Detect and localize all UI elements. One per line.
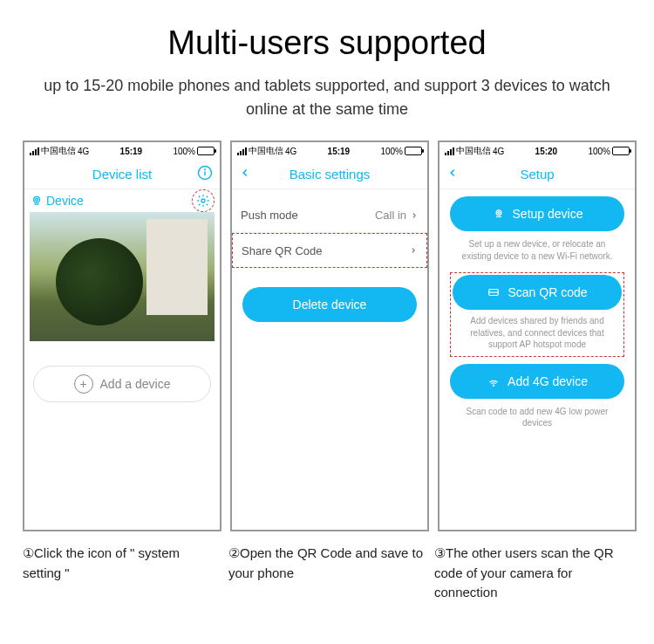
svg-point-2 — [205, 168, 206, 169]
status-bar: 中国电信 4G 15:20 100% — [439, 142, 635, 160]
caption-2: ②Open the QR Code and save to your phone — [228, 544, 426, 603]
scan-qr-desc: Add devices shared by friends and relati… — [453, 310, 622, 354]
chevron-left-icon — [446, 167, 459, 179]
device-header-row: Device — [24, 189, 220, 212]
gear-icon — [196, 194, 210, 208]
delete-device-button[interactable]: Delete device — [242, 287, 417, 322]
battery-pct: 100% — [588, 147, 610, 156]
device-label: Device — [30, 194, 84, 208]
carrier-name: 中国电信 — [41, 145, 76, 157]
nav-title: Basic settings — [290, 167, 371, 182]
carrier-name: 中国电信 — [456, 145, 491, 157]
settings-gear-highlight[interactable] — [192, 189, 215, 212]
battery-icon — [197, 147, 215, 155]
qr-icon — [487, 286, 501, 298]
status-time: 15:20 — [504, 147, 588, 156]
scan-qr-highlight: Scan QR code Add devices shared by frien… — [450, 272, 624, 357]
signal-icon — [487, 375, 501, 387]
signal-icon — [30, 147, 39, 155]
signal-icon — [445, 147, 454, 155]
screenshots-row: 中国电信 4G 15:19 100% Device list Device — [0, 121, 654, 531]
network-type: 4G — [285, 147, 296, 156]
caption-3: ③The other users scan the QR code of you… — [434, 544, 631, 603]
nav-bar: Basic settings — [232, 160, 427, 189]
carrier-name: 中国电信 — [249, 145, 283, 157]
svg-point-6 — [496, 210, 501, 216]
page-subtitle: up to 15-20 mobile phones and tablets su… — [0, 74, 654, 121]
camera-icon — [492, 208, 506, 220]
add-4g-desc: Scan code to add new 4G low power device… — [450, 399, 624, 440]
nav-title: Setup — [520, 167, 554, 182]
page-title: Multi-users supported — [0, 0, 654, 62]
status-time: 15:19 — [89, 147, 173, 156]
svg-point-4 — [36, 198, 38, 201]
row-label: Push mode — [241, 209, 298, 222]
add-device-button[interactable]: + Add a device — [33, 366, 211, 402]
phone-1: 中国电信 4G 15:19 100% Device list Device — [23, 140, 221, 531]
setup-device-button[interactable]: Setup device — [450, 196, 624, 231]
info-icon[interactable] — [197, 165, 213, 184]
nav-bar: Device list — [24, 160, 220, 189]
camera-icon — [30, 194, 44, 208]
network-type: 4G — [493, 147, 504, 156]
push-mode-row[interactable]: Push mode Call in — [232, 198, 427, 233]
captions-row: ①Click the icon of " system setting " ②O… — [0, 531, 654, 603]
nav-title: Device list — [92, 167, 152, 182]
svg-point-10 — [493, 385, 494, 386]
status-bar: 中国电信 4G 15:19 100% — [24, 142, 220, 160]
svg-point-5 — [201, 199, 205, 202]
scan-qr-button[interactable]: Scan QR code — [453, 275, 622, 310]
phone-2: 中国电信 4G 15:19 100% Basic settings Push m… — [230, 140, 429, 531]
row-value: Call in — [375, 209, 406, 222]
phone-3: 中国电信 4G 15:20 100% Setup Setup device Se… — [438, 140, 637, 531]
back-button[interactable] — [239, 167, 251, 182]
svg-point-3 — [34, 196, 40, 202]
battery-pct: 100% — [380, 147, 403, 156]
network-type: 4G — [78, 147, 89, 156]
setup-device-desc: Set up a new device, or relocate an exis… — [450, 231, 624, 272]
camera-feed-thumbnail[interactable] — [30, 212, 215, 341]
share-qr-row[interactable]: Share QR Code — [232, 233, 427, 268]
back-button[interactable] — [446, 167, 459, 182]
battery-icon — [405, 147, 422, 155]
status-time: 15:19 — [296, 147, 380, 156]
svg-point-7 — [497, 212, 499, 214]
row-label: Share QR Code — [242, 244, 323, 257]
chevron-left-icon — [239, 167, 251, 179]
battery-icon — [612, 147, 630, 155]
add-4g-button[interactable]: Add 4G device — [450, 364, 624, 399]
chevron-right-icon — [410, 211, 419, 220]
plus-icon: + — [74, 374, 93, 394]
chevron-right-icon — [409, 246, 418, 255]
signal-icon — [237, 147, 247, 155]
nav-bar: Setup — [439, 160, 635, 189]
status-bar: 中国电信 4G 15:19 100% — [232, 142, 427, 160]
battery-pct: 100% — [173, 147, 195, 156]
caption-1: ①Click the icon of " system setting " — [23, 544, 220, 603]
